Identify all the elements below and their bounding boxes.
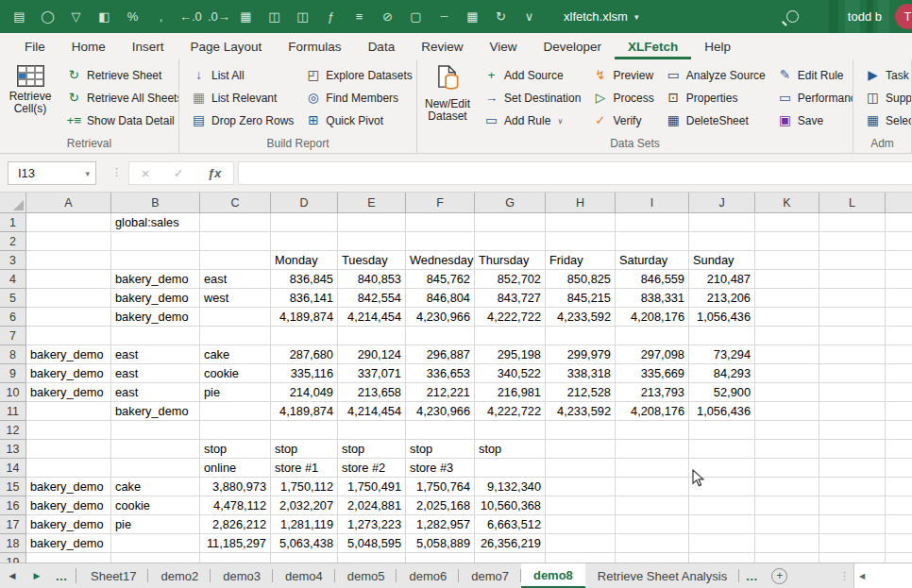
- tab-page-layout[interactable]: Page Layout: [177, 33, 276, 59]
- cell-J9[interactable]: 84,293: [689, 364, 755, 383]
- cell-A5[interactable]: [26, 289, 111, 308]
- cell-D13[interactable]: stop: [271, 440, 338, 459]
- cell-C10[interactable]: pie: [200, 383, 271, 402]
- cell-J10[interactable]: 52,900: [689, 383, 755, 402]
- tab-data[interactable]: Data: [355, 33, 409, 59]
- cell-G13[interactable]: stop: [475, 440, 546, 459]
- scrollbar-track[interactable]: ◀: [853, 563, 912, 588]
- cell-I15[interactable]: [616, 478, 689, 496]
- column-header-f[interactable]: F: [406, 193, 475, 213]
- formula-bar-handle[interactable]: ⋮: [111, 166, 123, 178]
- cell-D6[interactable]: 4,189,874: [271, 308, 338, 327]
- tab-view[interactable]: View: [476, 33, 530, 59]
- cell-J5[interactable]: 213,206: [689, 289, 755, 308]
- sheet-overflow-right[interactable]: …: [739, 563, 764, 588]
- support-button[interactable]: ◫Suppor: [862, 87, 912, 109]
- cell-M19[interactable]: [886, 553, 912, 563]
- cell-D12[interactable]: [271, 421, 338, 440]
- cell-C18[interactable]: 11,185,297: [200, 534, 271, 553]
- cell-C13[interactable]: stop: [200, 440, 271, 459]
- cell-H15[interactable]: [546, 478, 616, 496]
- cell-J6[interactable]: 1,056,436: [689, 308, 755, 327]
- row-header-18[interactable]: 18: [0, 534, 26, 553]
- align-middle-icon[interactable]: ≡: [349, 9, 369, 24]
- cell-E6[interactable]: 4,214,454: [338, 308, 406, 327]
- bottom-border-icon[interactable]: ┄: [434, 9, 454, 24]
- list-relevant-button[interactable]: ▦List Relevant: [188, 87, 296, 109]
- drop-zero-rows-button[interactable]: ▤Drop Zero Rows: [188, 109, 296, 132]
- cell-K17[interactable]: [755, 515, 819, 534]
- cell-F8[interactable]: 296,887: [406, 345, 475, 364]
- sheet-tab-demo8[interactable]: demo8: [521, 563, 585, 588]
- shapes-icon[interactable]: ◯: [38, 9, 58, 24]
- row-header-11[interactable]: 11: [0, 402, 26, 421]
- sheet-nav-forward-icon[interactable]: ▶: [25, 563, 49, 588]
- tab-insert[interactable]: Insert: [119, 33, 177, 59]
- cell-B10[interactable]: east: [111, 383, 200, 402]
- sheet-tab-demo4[interactable]: demo4: [273, 563, 335, 588]
- percent-style-icon[interactable]: %: [123, 9, 143, 24]
- cell-H14[interactable]: [546, 459, 616, 478]
- tab-help[interactable]: Help: [691, 33, 744, 59]
- cell-M10[interactable]: [886, 383, 912, 402]
- cell-F1[interactable]: [406, 213, 475, 232]
- cell-H9[interactable]: 338,318: [546, 364, 616, 383]
- cell-H5[interactable]: 845,215: [546, 289, 616, 308]
- cell-C5[interactable]: west: [200, 289, 271, 308]
- cell-L17[interactable]: [819, 515, 886, 534]
- cell-B14[interactable]: [111, 459, 200, 478]
- row-header-17[interactable]: 17: [0, 515, 26, 534]
- cell-G5[interactable]: 843,727: [475, 289, 546, 308]
- cell-D15[interactable]: 1,750,112: [271, 478, 338, 496]
- cell-K19[interactable]: [755, 553, 819, 563]
- cell-E19[interactable]: [338, 553, 406, 563]
- cell-K4[interactable]: [755, 270, 819, 289]
- cell-C14[interactable]: online: [200, 459, 271, 478]
- cell-I12[interactable]: [616, 421, 689, 440]
- cell-F15[interactable]: 1,750,764: [406, 478, 475, 496]
- add-source-button[interactable]: +Add Source: [481, 64, 583, 87]
- cell-F3[interactable]: Wednesday: [406, 251, 475, 270]
- sheet-tab-demo5[interactable]: demo5: [335, 563, 397, 588]
- cell-F7[interactable]: [406, 327, 475, 345]
- cell-M5[interactable]: [886, 289, 912, 308]
- cell-I7[interactable]: [616, 327, 689, 345]
- cell-M3[interactable]: [886, 251, 912, 270]
- cell-H16[interactable]: [546, 496, 616, 515]
- tab-xlfetch[interactable]: XLFetch: [615, 33, 691, 59]
- sheet-nav-back-icon[interactable]: ◀: [0, 563, 25, 588]
- column-header-e[interactable]: E: [338, 193, 406, 213]
- cell-I8[interactable]: 297,098: [616, 345, 689, 364]
- cell-B15[interactable]: cake: [111, 478, 200, 496]
- cell-G6[interactable]: 4,222,722: [475, 308, 546, 327]
- cell-L2[interactable]: [819, 232, 886, 251]
- cell-K8[interactable]: [755, 345, 819, 364]
- cell-F16[interactable]: 2,025,168: [406, 496, 475, 515]
- cell-C1[interactable]: [200, 213, 271, 232]
- cell-A9[interactable]: bakery_demo: [26, 364, 111, 383]
- sheet-tab-retrieve-sheet-analysis[interactable]: Retrieve Sheet Analysis: [585, 563, 739, 588]
- cell-B5[interactable]: bakery_demo: [111, 289, 200, 308]
- cell-M13[interactable]: [886, 440, 912, 459]
- cell-C7[interactable]: [200, 327, 271, 345]
- delete-cells-icon[interactable]: ▦: [236, 9, 256, 24]
- cell-K3[interactable]: [755, 251, 819, 270]
- cell-E7[interactable]: [338, 327, 406, 345]
- cell-I3[interactable]: Saturday: [616, 251, 689, 270]
- cell-J8[interactable]: 73,294: [689, 345, 755, 364]
- cell-A2[interactable]: [26, 232, 111, 251]
- column-header-l[interactable]: L: [819, 193, 886, 213]
- cell-L15[interactable]: [819, 478, 886, 496]
- cell-K12[interactable]: [755, 421, 819, 440]
- cell-I9[interactable]: 335,669: [616, 364, 689, 383]
- retrieve-sheet-button[interactable]: ↻Retrieve Sheet: [63, 64, 179, 87]
- cell-G9[interactable]: 340,522: [475, 364, 546, 383]
- cell-B7[interactable]: [111, 327, 200, 345]
- cell-L14[interactable]: [819, 459, 886, 478]
- cell-M17[interactable]: [886, 515, 912, 534]
- search-icon[interactable]: [786, 10, 799, 23]
- sheet-tab-demo7[interactable]: demo7: [459, 563, 521, 588]
- comma-style-icon[interactable]: ,: [151, 9, 171, 24]
- row-header-14[interactable]: 14: [0, 459, 26, 478]
- retrieve-all-sheets-button[interactable]: ↻Retrieve All Sheets: [63, 87, 179, 109]
